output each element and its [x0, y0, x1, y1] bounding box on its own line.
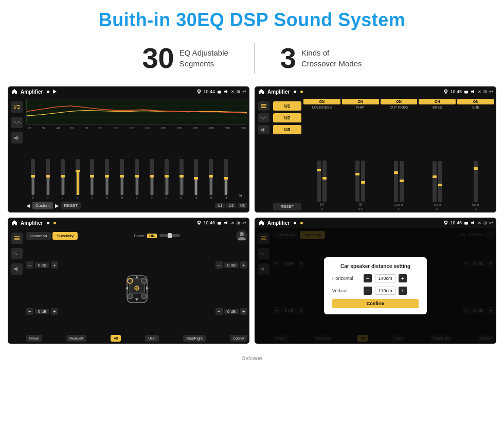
- vertical-row: Vertical − 110cm +: [332, 287, 419, 295]
- close-btn-2[interactable]: ✕: [478, 90, 481, 94]
- all-btn[interactable]: All: [111, 335, 121, 342]
- driver-btn[interactable]: Driver: [26, 335, 42, 342]
- back-btn-1[interactable]: ↩: [242, 89, 246, 94]
- eq-slider-track[interactable]: [224, 159, 228, 195]
- expand-btn-3[interactable]: ⊞: [237, 221, 240, 225]
- close-btn-1[interactable]: ✕: [231, 90, 235, 94]
- db-minus-fr[interactable]: −: [215, 261, 223, 269]
- avatar-icon[interactable]: [236, 230, 247, 241]
- tab-specialty[interactable]: Specialty: [52, 232, 77, 240]
- eq-next-btn[interactable]: ▶: [55, 203, 59, 208]
- horizontal-minus-btn[interactable]: −: [364, 274, 372, 282]
- eq-slider-track[interactable]: [135, 159, 139, 195]
- speaker-side-btn-2[interactable]: [11, 248, 23, 259]
- eq-slider-track[interactable]: [61, 159, 65, 195]
- home-icon-1[interactable]: [11, 88, 18, 95]
- u1-btn[interactable]: U1: [273, 101, 301, 111]
- fader-track[interactable]: [159, 234, 180, 237]
- phat-on-btn[interactable]: ON: [342, 99, 379, 104]
- tab-common[interactable]: Common: [26, 232, 51, 240]
- eq-side-btn-3[interactable]: [11, 132, 23, 144]
- eq-slider-track[interactable]: [105, 159, 109, 195]
- eq-prev-btn[interactable]: ◀: [26, 203, 30, 208]
- eq-side-btn-2[interactable]: [11, 117, 23, 128]
- back-btn-2[interactable]: ↩: [489, 89, 493, 94]
- eq-slider-track[interactable]: [90, 159, 94, 195]
- home-icon-2[interactable]: [258, 88, 265, 95]
- eq-side-btn-1[interactable]: [11, 101, 23, 113]
- eq-slider-track[interactable]: [194, 159, 198, 195]
- phat-slider-2[interactable]: [361, 161, 365, 202]
- eq-preset-btns: U1 U2 U3: [215, 203, 247, 208]
- eq-reset-btn[interactable]: RESET: [61, 202, 81, 209]
- db-minus-rr[interactable]: −: [215, 308, 223, 315]
- close-btn-3[interactable]: ✕: [231, 221, 235, 225]
- crossover-side-btn-2[interactable]: [258, 113, 269, 122]
- loudness-slider-2[interactable]: [322, 161, 327, 202]
- cutfreq-on-btn[interactable]: ON: [381, 99, 418, 104]
- bass-slider-2[interactable]: [438, 161, 442, 202]
- crossover-side-btn-1[interactable]: [258, 101, 269, 111]
- db-plus-rr[interactable]: +: [240, 308, 247, 315]
- time-3: 10:46: [203, 220, 215, 225]
- horizontal-plus-btn[interactable]: +: [399, 274, 407, 282]
- eq-slider-track[interactable]: [31, 159, 35, 195]
- speaker-side-btn-3[interactable]: [11, 263, 23, 275]
- speaker-side-btn-1[interactable]: [11, 233, 23, 244]
- status-dot-3a: [47, 222, 49, 224]
- confirm-btn[interactable]: Confirm: [332, 299, 419, 308]
- u3-btn[interactable]: U3: [273, 125, 301, 134]
- home-icon-3[interactable]: [11, 219, 18, 226]
- fader-on-badge[interactable]: ON: [147, 234, 157, 238]
- eq-slider-track[interactable]: [46, 159, 50, 195]
- eq-slider-track[interactable]: [120, 159, 124, 195]
- back-btn-4[interactable]: ↩: [489, 220, 493, 225]
- phat-slider-1[interactable]: [355, 161, 359, 202]
- status-left-2: Amplifier: [258, 88, 303, 95]
- stat-crossover: 3 Kinds of Crossover Modes: [255, 41, 388, 75]
- loudness-slider-1[interactable]: [317, 161, 321, 202]
- back-btn-3[interactable]: ↩: [242, 220, 246, 225]
- crossover-content: U1 U2 U3 RESET ON LOUDNESS: [255, 97, 496, 212]
- db-plus-fl[interactable]: +: [51, 261, 58, 269]
- screen1-title: Amplifier: [21, 89, 43, 95]
- cutfreq-slider-2[interactable]: [400, 161, 404, 202]
- crossover-side-btn-3[interactable]: [258, 125, 269, 134]
- eq-u3-btn[interactable]: U3: [238, 203, 247, 208]
- db-plus-fr[interactable]: +: [240, 261, 247, 269]
- rear-left-btn[interactable]: RearLeft: [66, 335, 86, 342]
- expand-btn-2[interactable]: ⊞: [483, 90, 487, 94]
- status-bar-2: Amplifier 10:45 ✕ ⊞ ↩: [255, 86, 496, 97]
- close-btn-4[interactable]: ✕: [478, 221, 481, 225]
- eq-more-btn[interactable]: »: [234, 192, 247, 199]
- vertical-plus-btn[interactable]: +: [399, 287, 407, 295]
- reset-btn[interactable]: RESET: [273, 203, 301, 210]
- eq-slider-track[interactable]: [76, 159, 80, 195]
- rear-right-btn[interactable]: RearRight: [183, 335, 206, 342]
- expand-btn-4[interactable]: ⊞: [483, 221, 487, 225]
- eq-u1-btn[interactable]: U1: [215, 203, 225, 208]
- status-right-2: 10:45 ✕ ⊞ ↩: [444, 89, 493, 94]
- eq-preset-label[interactable]: Custom: [32, 202, 53, 209]
- db-plus-rl[interactable]: +: [51, 308, 58, 315]
- copilot-btn[interactable]: Copilot: [230, 335, 247, 342]
- loudness-on-btn[interactable]: ON: [303, 99, 340, 104]
- u2-btn[interactable]: U2: [273, 113, 301, 122]
- home-icon-4[interactable]: [258, 219, 265, 226]
- user-btn[interactable]: User: [145, 335, 159, 342]
- bass-slider-1[interactable]: [433, 161, 437, 202]
- db-minus-rl[interactable]: −: [26, 308, 33, 315]
- sub-slider-1[interactable]: [474, 161, 478, 202]
- eq-u2-btn[interactable]: U2: [226, 203, 236, 208]
- db-minus-fl[interactable]: −: [26, 261, 33, 269]
- cutfreq-slider-1[interactable]: [394, 161, 398, 202]
- expand-btn-1[interactable]: ⊞: [237, 90, 240, 94]
- eq-slider-track[interactable]: [150, 159, 154, 195]
- svg-point-53: [445, 221, 447, 224]
- eq-slider-track[interactable]: [179, 159, 184, 195]
- sub-on-btn[interactable]: ON: [457, 99, 494, 104]
- vertical-minus-btn[interactable]: −: [364, 287, 372, 295]
- eq-slider-track[interactable]: [165, 159, 169, 195]
- eq-slider-track[interactable]: [209, 159, 213, 195]
- bass-on-btn[interactable]: ON: [419, 99, 456, 104]
